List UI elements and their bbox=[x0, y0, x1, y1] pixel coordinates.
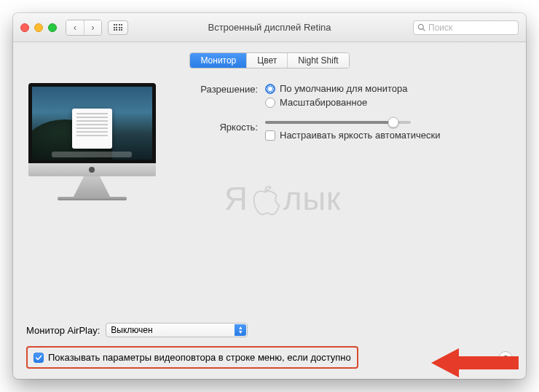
zoom-button[interactable] bbox=[48, 23, 57, 32]
resolution-scaled-radio[interactable]: Масштабированное bbox=[265, 97, 513, 108]
apple-icon bbox=[250, 181, 282, 217]
nav-buttons: ‹ › bbox=[66, 20, 102, 36]
svg-line-1 bbox=[423, 29, 425, 31]
titlebar: ‹ › Встроенный дисплей Retina Поиск bbox=[13, 13, 526, 42]
search-field[interactable]: Поиск bbox=[413, 20, 519, 35]
checkbox-icon bbox=[265, 130, 275, 141]
show-mirroring-label: Показывать параметры видеоповтора в стро… bbox=[48, 352, 351, 363]
resolution-default-label: По умолчанию для монитора bbox=[280, 83, 407, 94]
resolution-scaled-label: Масштабированное bbox=[280, 97, 367, 108]
back-button[interactable]: ‹ bbox=[66, 20, 84, 35]
brightness-slider[interactable] bbox=[265, 121, 513, 124]
tab-night-shift[interactable]: Night Shift bbox=[287, 53, 348, 68]
monitor-preview bbox=[26, 83, 157, 200]
tab-monitor[interactable]: Монитор bbox=[190, 53, 246, 68]
airplay-select[interactable]: Выключен ▲▼ bbox=[106, 323, 248, 337]
svg-point-0 bbox=[418, 24, 423, 29]
monitor-screen-icon bbox=[28, 83, 156, 163]
resolution-label: Разрешение: bbox=[178, 83, 265, 95]
tab-bar: Монитор Цвет Night Shift bbox=[26, 52, 513, 68]
close-button[interactable] bbox=[20, 23, 29, 32]
grid-icon bbox=[114, 24, 123, 31]
traffic-lights bbox=[20, 23, 57, 32]
search-placeholder: Поиск bbox=[428, 23, 452, 33]
radio-icon bbox=[265, 98, 275, 108]
window-title: Встроенный дисплей Retina bbox=[208, 22, 331, 33]
airplay-label: Монитор AirPlay: bbox=[26, 325, 100, 336]
minimize-button[interactable] bbox=[34, 23, 43, 32]
resolution-default-radio[interactable]: По умолчанию для монитора bbox=[265, 83, 513, 94]
chevron-updown-icon: ▲▼ bbox=[235, 324, 246, 336]
checkbox-icon bbox=[34, 353, 44, 363]
auto-brightness-label: Настраивать яркость автоматически bbox=[280, 130, 440, 141]
brightness-label: Яркость: bbox=[178, 121, 265, 133]
auto-brightness-checkbox[interactable]: Настраивать яркость автоматически bbox=[265, 130, 513, 141]
watermark: Я лык bbox=[224, 181, 341, 217]
window-body: Монитор Цвет Night Shift bbox=[13, 42, 526, 209]
preferences-window: ‹ › Встроенный дисплей Retina Поиск Мони… bbox=[13, 13, 526, 379]
show-mirroring-checkbox[interactable]: Показывать параметры видеоповтора в стро… bbox=[26, 346, 358, 369]
search-icon bbox=[417, 23, 425, 31]
radio-icon bbox=[265, 84, 275, 94]
forward-button[interactable]: › bbox=[84, 20, 101, 35]
annotation-arrow-icon bbox=[431, 347, 519, 379]
tab-color[interactable]: Цвет bbox=[246, 53, 287, 68]
svg-marker-2 bbox=[431, 348, 519, 377]
airplay-value: Выключен bbox=[111, 325, 152, 335]
show-all-button[interactable] bbox=[108, 20, 128, 35]
